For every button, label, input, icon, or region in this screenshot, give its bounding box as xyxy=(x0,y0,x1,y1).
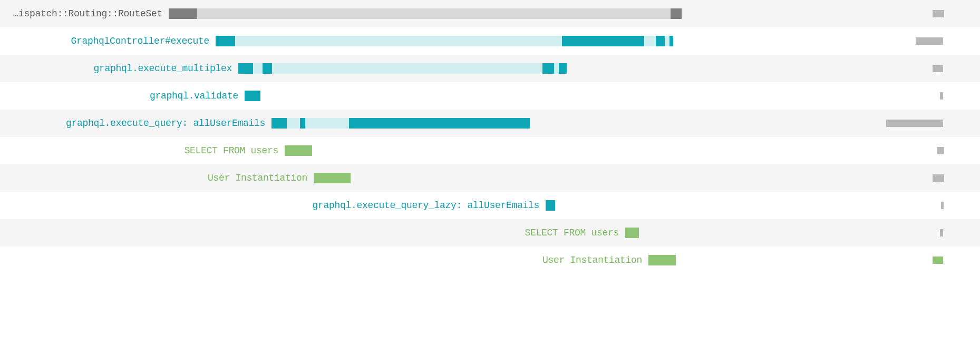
span-bar[interactable] xyxy=(314,173,351,183)
span-label[interactable]: …ispatch::Routing::RouteSet xyxy=(13,8,162,19)
minimap-bar xyxy=(941,202,944,209)
trace-row[interactable]: …ispatch::Routing::RouteSet xyxy=(0,0,980,27)
minimap-bar xyxy=(940,92,943,100)
span-bar[interactable] xyxy=(238,63,562,74)
trace-row-main: SELECT FROM users xyxy=(0,219,682,246)
minimap-bar xyxy=(933,65,943,72)
span-bar[interactable] xyxy=(546,200,555,211)
trace-row-main: graphql.execute_query: allUserEmails xyxy=(0,110,682,137)
minimap-cell xyxy=(844,0,980,27)
trace-waterfall: …ispatch::Routing::RouteSetGraphqlContro… xyxy=(0,0,980,274)
span-label[interactable]: SELECT FROM users xyxy=(184,145,278,156)
span-label[interactable]: graphql.validate xyxy=(150,91,238,101)
minimap-cell xyxy=(844,55,980,82)
minimap-cell xyxy=(844,219,980,246)
span-label[interactable]: GraphqlController#execute xyxy=(71,36,209,46)
trace-row[interactable]: User Instantiation xyxy=(0,246,980,274)
span-bar[interactable] xyxy=(169,8,682,19)
minimap-bar xyxy=(937,147,944,154)
span-label[interactable]: SELECT FROM users xyxy=(525,228,619,238)
trace-row[interactable]: graphql.execute_query: allUserEmails xyxy=(0,110,980,137)
minimap-bar xyxy=(916,37,943,45)
minimap-bar xyxy=(940,229,943,236)
span-label[interactable]: graphql.execute_query_lazy: allUserEmail… xyxy=(312,200,539,211)
minimap-cell xyxy=(844,164,980,192)
span-bar[interactable] xyxy=(245,91,260,101)
trace-row-main: SELECT FROM users xyxy=(0,137,682,164)
trace-row[interactable]: graphql.execute_multiplex xyxy=(0,55,980,82)
trace-row-main: GraphqlController#execute xyxy=(0,27,682,55)
trace-row[interactable]: GraphqlController#execute xyxy=(0,27,980,55)
trace-row-main: graphql.validate xyxy=(0,82,682,110)
span-bar[interactable] xyxy=(271,118,530,129)
span-bar[interactable] xyxy=(285,145,312,156)
minimap-bar xyxy=(933,257,943,264)
span-label[interactable]: graphql.execute_query: allUserEmails xyxy=(66,118,265,129)
span-bar[interactable] xyxy=(625,228,639,238)
minimap-bar xyxy=(886,120,943,127)
span-label[interactable]: graphql.execute_multiplex xyxy=(93,63,232,74)
minimap-cell xyxy=(844,192,980,219)
trace-row[interactable]: SELECT FROM users xyxy=(0,137,980,164)
minimap-bar xyxy=(933,174,944,182)
trace-row[interactable]: graphql.execute_query_lazy: allUserEmail… xyxy=(0,192,980,219)
minimap-cell xyxy=(844,110,980,137)
trace-row[interactable]: User Instantiation xyxy=(0,164,980,192)
span-bar[interactable] xyxy=(216,36,672,46)
minimap-cell xyxy=(844,82,980,110)
trace-row[interactable]: graphql.validate xyxy=(0,82,980,110)
trace-row[interactable]: SELECT FROM users xyxy=(0,219,980,246)
trace-row-main: User Instantiation xyxy=(0,246,682,274)
minimap-cell xyxy=(844,137,980,164)
span-label[interactable]: User Instantiation xyxy=(208,173,307,183)
span-bar[interactable] xyxy=(648,255,676,265)
trace-row-main: …ispatch::Routing::RouteSet xyxy=(0,0,682,27)
minimap-bar xyxy=(933,10,944,17)
span-label[interactable]: User Instantiation xyxy=(542,255,642,265)
minimap-cell xyxy=(844,27,980,55)
trace-row-main: graphql.execute_multiplex xyxy=(0,55,682,82)
minimap-cell xyxy=(844,246,980,274)
trace-row-main: graphql.execute_query_lazy: allUserEmail… xyxy=(0,192,682,219)
trace-row-main: User Instantiation xyxy=(0,164,682,192)
